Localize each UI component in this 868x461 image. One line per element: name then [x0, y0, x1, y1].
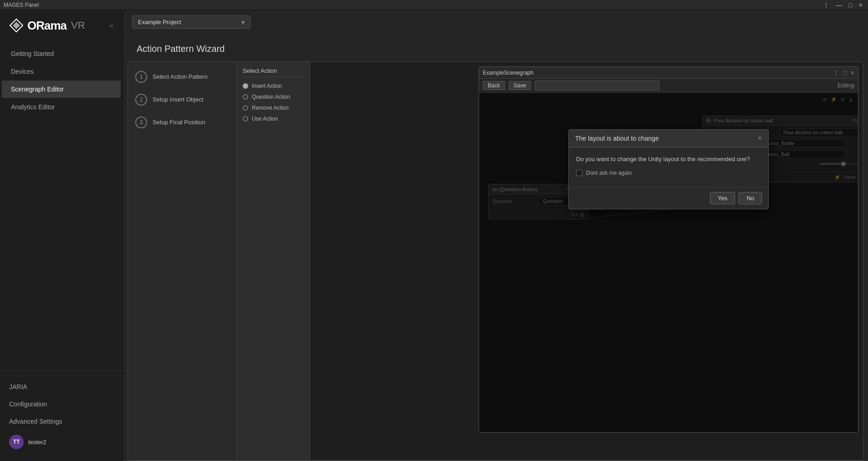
sidebar-nav: Getting Started Devices Scenegraph Edito…	[0, 41, 123, 370]
action-radio-use[interactable]: Use Action	[243, 116, 304, 122]
dialog-footer: Yes No	[569, 187, 768, 209]
action-panel: Select Action Insert Action Question Act…	[237, 62, 310, 460]
sidebar-item-getting-started[interactable]: Getting Started	[2, 45, 121, 62]
graph-area: ExampleScenegraph ⋮ □ × Back Save	[310, 62, 863, 460]
action-remove-label: Remove Action	[252, 105, 289, 111]
sg-save-btn[interactable]: Save	[509, 81, 531, 90]
dialog-close-btn[interactable]: ×	[758, 134, 762, 142]
sg-maximize-btn[interactable]: □	[843, 69, 847, 76]
step-2: 2 Setup Insert Object	[135, 94, 230, 106]
dialog-checkbox[interactable]	[576, 170, 582, 176]
radio-use-dot	[243, 116, 248, 122]
top-bar: Example Project ▼	[123, 10, 868, 35]
svg-marker-1	[13, 22, 20, 29]
title-bar-controls[interactable]: ⋮ — □ ×	[821, 1, 864, 9]
maximize-btn[interactable]: □	[847, 1, 854, 9]
radio-question-dot	[243, 94, 248, 100]
sidebar: ORama VR « Getting Started Devices Scene…	[0, 10, 123, 461]
step-3: 3 Setup Final Position	[135, 117, 230, 128]
title-bar-label: MAGES Panel	[4, 2, 39, 8]
project-dropdown-wrapper: Example Project ▼	[132, 15, 250, 29]
more-options-btn[interactable]: ⋮	[821, 1, 831, 9]
logo-icon	[9, 18, 24, 33]
dialog-header: The layout is about to change ×	[569, 130, 768, 147]
project-dropdown[interactable]: Example Project	[132, 15, 250, 29]
action-use-label: Use Action	[252, 116, 278, 122]
wizard-area: Action Pattern Wizard 1 Select Action Pa…	[123, 35, 868, 461]
sidebar-item-scenegraph-editor[interactable]: Scenegraph Editor	[2, 81, 121, 98]
step-3-label: Setup Final Position	[153, 117, 205, 127]
action-radio-remove[interactable]: Remove Action	[243, 105, 304, 111]
radio-remove-dot	[243, 105, 248, 111]
sg-toolbar: Back Save Editing	[479, 79, 858, 93]
sidebar-logo: ORama VR «	[0, 10, 123, 41]
dialog-checkbox-label: Dont ask me again	[586, 170, 632, 176]
step-1: 1 Select Action Pattern	[135, 71, 230, 83]
sidebar-item-devices[interactable]: Devices	[2, 63, 121, 80]
logo-vr: VR	[71, 20, 85, 31]
sidebar-item-configuration[interactable]: Configuration	[0, 395, 123, 413]
close-btn[interactable]: ×	[857, 1, 864, 9]
action-insert-label: Insert Action	[252, 83, 282, 89]
sidebar-collapse-btn[interactable]: «	[109, 21, 113, 30]
step-1-circle: 1	[135, 71, 147, 83]
sg-more-btn[interactable]: ⋮	[833, 69, 839, 76]
dialog-body: Do you want to change the Unity layout t…	[569, 147, 768, 187]
dialog-no-btn[interactable]: No	[739, 192, 762, 204]
layout-change-dialog: The layout is about to change × Do you w…	[568, 129, 769, 209]
sg-editing-label: Editing	[837, 82, 854, 89]
dialog-yes-btn[interactable]: Yes	[710, 192, 735, 204]
sg-titlebar: ExampleScenegraph ⋮ □ ×	[479, 67, 858, 79]
step-1-label: Select Action Pattern	[153, 71, 208, 81]
steps-panel: 1 Select Action Pattern 2 Setup Insert O…	[128, 62, 237, 460]
dialog-title: The layout is about to change	[575, 135, 659, 142]
sg-back-btn[interactable]: Back	[483, 81, 505, 90]
action-panel-title: Select Action	[243, 67, 304, 77]
sg-controls[interactable]: ⋮ □ ×	[833, 69, 854, 76]
minimize-btn[interactable]: —	[834, 1, 844, 9]
dialog-message: Do you want to change the Unity layout t…	[576, 156, 761, 162]
wizard-container: 1 Select Action Pattern 2 Setup Insert O…	[128, 61, 863, 461]
sidebar-item-advanced-settings[interactable]: Advanced Settings	[0, 413, 123, 430]
radio-insert-dot	[243, 83, 248, 89]
action-radio-question[interactable]: Question Action	[243, 94, 304, 100]
action-question-label: Question Action	[252, 94, 290, 100]
main-content: Example Project ▼ Action Pattern Wizard …	[123, 10, 868, 461]
step-2-circle: 2	[135, 94, 147, 106]
avatar: TT	[9, 435, 24, 449]
action-radio-insert[interactable]: Insert Action	[243, 83, 304, 89]
step-3-circle: 3	[135, 117, 147, 128]
scenegraph-overlay: ExampleScenegraph ⋮ □ × Back Save	[479, 66, 858, 433]
dialog-backdrop: The layout is about to change × Do you w…	[479, 93, 858, 432]
sg-title: ExampleScenegraph	[483, 70, 533, 76]
sg-search-input[interactable]	[535, 81, 659, 91]
sg-content: on (Question Action) 👁 ⚡ ⧉ Q	[479, 93, 858, 432]
username: tester2	[28, 439, 46, 446]
logo-text: ORama	[27, 19, 66, 33]
title-bar: MAGES Panel ⋮ — □ ×	[0, 0, 868, 10]
wizard-title: Action Pattern Wizard	[123, 35, 868, 61]
sidebar-item-jaria[interactable]: JARIA	[0, 378, 123, 395]
sidebar-bottom: JARIA Configuration Advanced Settings TT…	[0, 370, 123, 461]
app-layout: ORama VR « Getting Started Devices Scene…	[0, 10, 868, 461]
dialog-checkbox-row[interactable]: Dont ask me again	[576, 170, 761, 176]
step-2-label: Setup Insert Object	[153, 94, 203, 104]
user-section: TT tester2	[0, 430, 123, 454]
sg-close-btn[interactable]: ×	[851, 69, 854, 76]
sidebar-item-analytics-editor[interactable]: Analytics Editor	[2, 98, 121, 116]
